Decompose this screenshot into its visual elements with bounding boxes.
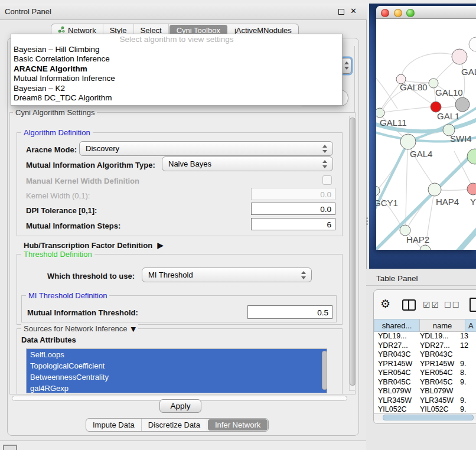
algorithm-option[interactable]: ARACNE Algorithm (11, 64, 342, 74)
tab-infer-network[interactable]: Infer Network (208, 419, 268, 431)
apply-button[interactable]: Apply (159, 399, 201, 413)
new-table-icon[interactable] (470, 298, 476, 312)
network-node[interactable] (467, 149, 476, 164)
collapsed-panel-icon[interactable] (3, 445, 17, 450)
float-window-icon[interactable] (338, 9, 344, 15)
algorithm-option[interactable]: Mutual Information Inference (11, 74, 342, 83)
aracne-mode-label: Aracne Mode: (26, 145, 77, 154)
kernel-width-field[interactable]: 0.0 (251, 188, 335, 200)
network-node[interactable] (376, 108, 384, 118)
table-row[interactable]: YLR345WYLR345W9. (374, 396, 476, 406)
list-scrollbar-thumb[interactable] (322, 351, 327, 390)
table-cell: 9. (457, 405, 476, 413)
network-window-titlebar[interactable] (376, 6, 476, 19)
table-row[interactable]: YBL079WYBL079W (374, 387, 476, 396)
table-row[interactable]: YDR27...YDR27...12 (374, 341, 476, 351)
table-row[interactable]: YBR045CYBR045C9. (374, 378, 476, 387)
table-cell: YPR145W (415, 360, 457, 369)
table-cell: YBR043C (374, 350, 415, 360)
zoom-traffic-light[interactable] (406, 9, 415, 17)
sources-toggle[interactable]: Sources for Network Inference▼ (21, 324, 138, 333)
table-row[interactable]: YDL19...YDL19...13 (374, 332, 476, 341)
network-node[interactable] (420, 245, 431, 250)
algorithm-dropdown-popup: Select algorithm to view settings Bayesi… (11, 34, 343, 106)
manual-kernel-checkbox[interactable] (322, 175, 332, 185)
node-label: Y (470, 197, 476, 207)
table-cell: YDL19... (415, 332, 457, 341)
group-title: MI Threshold Definition (26, 291, 109, 300)
network-edge (406, 149, 407, 225)
column-header-cut[interactable]: A (465, 319, 476, 332)
node-label: HAP2 (406, 234, 429, 244)
which-threshold-select[interactable]: MI Threshold (142, 268, 312, 282)
mi-type-label: Mutual Information Algorithm Type: (26, 161, 155, 169)
algorithm-option[interactable]: Dream8 DC_TDC Algorithm (11, 93, 342, 103)
table-cell (457, 387, 476, 396)
tab-discretize-data[interactable]: Discretize Data (142, 419, 207, 431)
network-node[interactable] (455, 97, 470, 112)
close-icon[interactable]: ✕ (350, 6, 357, 15)
network-node[interactable] (452, 49, 467, 64)
data-attribute-item[interactable]: SelfLoops (27, 349, 327, 360)
table-row[interactable]: YBR043CYBR043C (374, 350, 476, 360)
cyni-mode-tabs: Impute Data Discretize Data Infer Networ… (86, 418, 269, 432)
network-edge (441, 106, 456, 107)
network-edge (382, 83, 400, 109)
tab-label: Discretize Data (148, 420, 200, 429)
network-edge (457, 226, 476, 250)
splitter-handle[interactable] (366, 220, 368, 222)
algorithm-option[interactable]: Basic Correlation Inference (11, 54, 342, 64)
column-header-shared-name[interactable]: shared... (374, 319, 420, 332)
table-hscrollbar-thumb[interactable] (383, 415, 474, 420)
inference-algorithm-combo-button[interactable] (341, 58, 351, 74)
table-cell: YIL052C (415, 405, 457, 413)
group-title: Cyni Algorithm Settings (13, 108, 97, 117)
control-panel-titlebar (0, 4, 367, 20)
network-node[interactable] (467, 183, 476, 195)
table-row[interactable]: YER054CYER054C8. (374, 369, 476, 378)
mi-type-select[interactable]: Naive Bayes (162, 156, 333, 171)
network-edge (441, 190, 467, 190)
algorithm-option[interactable]: Bayesian – K2 (11, 84, 342, 93)
table-cell: YIL052C (374, 405, 415, 413)
close-traffic-light[interactable] (381, 9, 389, 17)
mi-threshold-field[interactable]: 0.5 (247, 305, 332, 319)
hub-definition-toggle[interactable]: Hub/Transcription Factor Definition▶ (24, 240, 164, 250)
dpi-tolerance-field[interactable]: 0.0 (251, 203, 335, 215)
select-all-columns-icon[interactable]: ☑☑ (423, 300, 440, 309)
node-label: SWI4 (450, 133, 472, 144)
network-node[interactable] (469, 37, 476, 51)
network-canvas[interactable]: GALGAL80GAL10GAL1GAL11SWI4GAL4HAP4YGCY1H… (376, 19, 476, 250)
aracne-mode-select[interactable]: Discovery (79, 141, 333, 156)
divider (366, 285, 476, 286)
data-attributes-list[interactable]: SelfLoopsTopologicalCoefficientBetweenne… (26, 348, 327, 393)
algorithm-option[interactable]: Bayesian – Hill Climbing (11, 45, 342, 54)
manual-kernel-label: Manual Kernel Width Definition (26, 177, 139, 185)
network-node[interactable] (428, 183, 441, 196)
data-attribute-item[interactable]: TopologicalCoefficient (27, 360, 327, 371)
node-label: GAL11 (380, 118, 407, 128)
mi-steps-field[interactable]: 6 (251, 218, 335, 230)
group-title: Threshold Definition (21, 250, 94, 259)
network-node[interactable] (400, 134, 416, 149)
data-attribute-item[interactable]: BetweennessCentrality (27, 371, 327, 383)
split-panel-icon[interactable] (402, 299, 416, 311)
tab-impute-data[interactable]: Impute Data (86, 419, 142, 431)
table-row[interactable]: YPR145WYPR145W9. (374, 360, 476, 369)
table-cell: YDR27... (374, 341, 415, 351)
column-header-name[interactable]: name (419, 319, 465, 332)
settings-scrollbar-thumb[interactable] (350, 118, 356, 386)
dropdown-placeholder: Select algorithm to view settings (11, 34, 342, 45)
gear-icon[interactable]: ⚙ (380, 297, 390, 310)
table-cell (457, 350, 476, 360)
stepper-arrows-icon (301, 271, 306, 279)
splitter-handle[interactable] (366, 223, 368, 225)
deselect-all-columns-icon[interactable]: ☐☐ (444, 301, 460, 309)
data-attribute-item[interactable]: gal4RGexp (27, 383, 327, 393)
table-cell: 8. (457, 369, 476, 378)
network-node[interactable] (429, 79, 438, 88)
screen: Control Panel ✕ Network Style Select Cyn… (0, 0, 476, 450)
splitter-handle[interactable] (366, 217, 368, 219)
table-row[interactable]: YIL052CYIL052C9. (374, 405, 476, 413)
minimize-traffic-light[interactable] (394, 9, 402, 17)
